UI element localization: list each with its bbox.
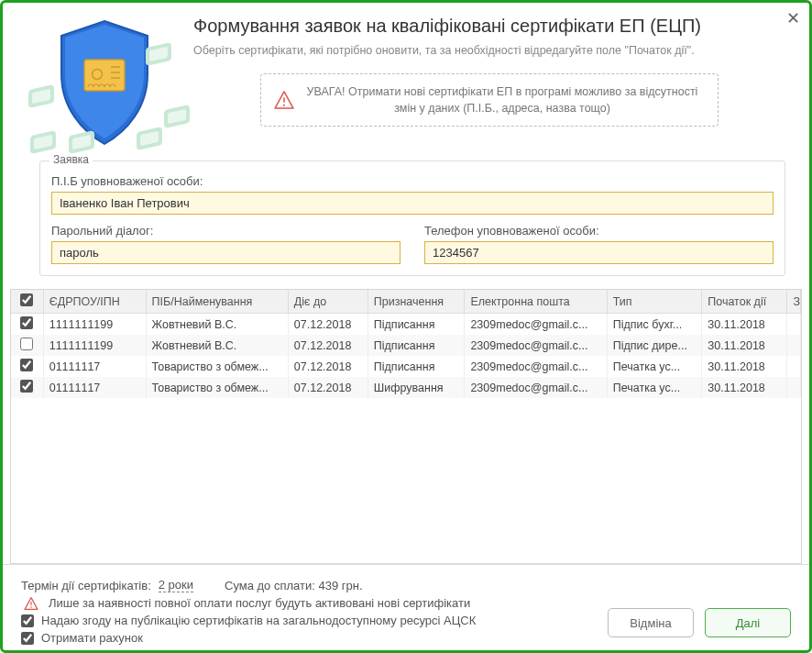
cancel-button[interactable]: Відміна: [608, 608, 694, 637]
svg-point-6: [30, 606, 32, 608]
cell-purpose: Підписання: [368, 335, 465, 356]
table-row[interactable]: 01111117Товариство з обмеж...07.12.2018Ш…: [11, 377, 801, 398]
pib-label: П.І.Б уповноваженої особи:: [51, 174, 774, 188]
consent-checkbox[interactable]: [21, 614, 34, 627]
col-start[interactable]: Початок дії: [702, 290, 787, 314]
cell-name: Товариство з обмеж...: [146, 377, 288, 398]
cell-purpose: Шифрування: [368, 377, 465, 398]
cell-purpose: Підписання: [368, 356, 465, 377]
table-row[interactable]: 1111111199Жовтневий В.С.07.12.2018Підпис…: [11, 335, 801, 356]
dialog-subtitle: Оберіть сертифікати, які потрібно оновит…: [193, 44, 785, 57]
dialog-title: Формування заявок на кваліфіковані серти…: [193, 16, 785, 37]
shield-illustration: [27, 16, 182, 153]
col-name[interactable]: ПІБ/Найменування: [146, 290, 288, 314]
cell-start: 30.11.2018: [702, 356, 787, 377]
warning-text: УВАГА! Отримати нові сертифікати ЕП в пр…: [305, 83, 699, 116]
table-row[interactable]: 1111111199Жовтневий В.С.07.12.2018Підпис…: [11, 314, 801, 336]
svg-point-4: [283, 105, 285, 106]
table-header-row: ЄДРПОУ/ІПН ПІБ/Найменування Діє до Призн…: [11, 290, 801, 314]
password-label: Парольний діалог:: [51, 224, 401, 238]
pib-field[interactable]: [51, 192, 774, 215]
cell-email: 2309medoc@gmail.c...: [465, 377, 607, 398]
term-label: Термін дії сертифікатів:: [21, 579, 151, 592]
table-row[interactable]: 01111117Товариство з обмеж...07.12.2018П…: [11, 356, 801, 377]
col-type[interactable]: Тип: [607, 290, 702, 314]
header-area: Формування заявок на кваліфіковані серти…: [3, 3, 809, 160]
cell-purpose: Підписання: [368, 314, 465, 336]
cell-start: 30.11.2018: [702, 377, 787, 398]
term-value[interactable]: 2 роки: [159, 578, 193, 592]
cell-name: Жовтневий В.С.: [146, 314, 288, 336]
cell-start: 30.11.2018: [702, 314, 787, 336]
cell-edrpou: 01111117: [43, 377, 146, 398]
cell-start: 30.11.2018: [702, 335, 787, 356]
cell-email: 2309medoc@gmail.c...: [465, 356, 607, 377]
invoice-label: Отримати рахунок: [41, 631, 143, 645]
col-email[interactable]: Електронна пошта: [465, 290, 607, 314]
warning-icon: [274, 91, 294, 109]
cell-valid-to: 07.12.2018: [288, 335, 368, 356]
cell-type: Підпис дире...: [607, 335, 702, 356]
cell-edrpou: 1111111199: [43, 314, 146, 336]
warning-icon: [21, 597, 41, 610]
select-all-checkbox[interactable]: [20, 293, 33, 306]
payment-note: Лише за наявності повної оплати послуг б…: [49, 596, 470, 610]
request-form: Заявка П.І.Б уповноваженої особи: Пароль…: [3, 160, 809, 285]
cell-extra: [787, 377, 801, 398]
sum-label: Сума до сплати: 439 грн.: [225, 579, 363, 592]
phone-label: Телефон уповноваженої особи:: [424, 224, 774, 238]
cell-type: Підпис бухг...: [607, 314, 702, 336]
cell-extra: [787, 314, 801, 336]
cell-edrpou: 1111111199: [43, 335, 146, 356]
col-select-all[interactable]: [11, 290, 43, 314]
next-button[interactable]: Далі: [705, 608, 791, 637]
password-field[interactable]: [51, 241, 401, 264]
fieldset-legend: Заявка: [49, 153, 93, 166]
cell-extra: [787, 356, 801, 377]
consent-label: Надаю згоду на публікацію сертифікатів н…: [41, 614, 476, 627]
row-checkbox[interactable]: [20, 338, 33, 350]
phone-field[interactable]: [424, 241, 774, 264]
cell-type: Печатка ус...: [607, 377, 702, 398]
footer-area: Термін дії сертифікатів: 2 роки Сума до …: [3, 564, 809, 650]
dialog-certificate-requests: ✕ Формування: [0, 0, 812, 653]
row-checkbox[interactable]: [20, 380, 33, 393]
col-edrpou[interactable]: ЄДРПОУ/ІПН: [43, 290, 146, 314]
cell-edrpou: 01111117: [43, 356, 146, 377]
cell-extra: [787, 335, 801, 356]
col-purpose[interactable]: Призначення: [368, 290, 465, 314]
col-extra: З: [787, 290, 801, 314]
cell-name: Товариство з обмеж...: [146, 356, 288, 377]
cell-type: Печатка ус...: [607, 356, 702, 377]
warning-box: УВАГА! Отримати нові сертифікати ЕП в пр…: [260, 73, 719, 127]
cell-email: 2309medoc@gmail.c...: [465, 314, 607, 336]
cell-email: 2309medoc@gmail.c...: [465, 335, 607, 356]
cell-valid-to: 07.12.2018: [288, 356, 368, 377]
cell-valid-to: 07.12.2018: [288, 377, 368, 398]
cell-name: Жовтневий В.С.: [146, 335, 288, 356]
invoice-checkbox[interactable]: [21, 632, 34, 645]
row-checkbox[interactable]: [20, 316, 33, 329]
col-valid-to[interactable]: Діє до: [288, 290, 368, 314]
cell-valid-to: 07.12.2018: [288, 314, 368, 336]
certificates-table[interactable]: ЄДРПОУ/ІПН ПІБ/Найменування Діє до Призн…: [10, 289, 802, 564]
row-checkbox[interactable]: [20, 359, 33, 371]
